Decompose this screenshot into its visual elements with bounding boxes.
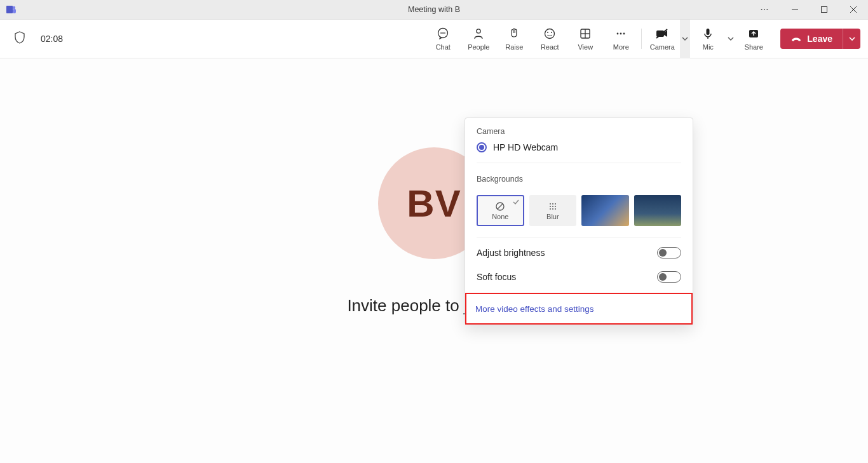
svg-point-35 bbox=[550, 208, 551, 210]
view-label: View bbox=[578, 43, 593, 51]
camera-device-section: Camera HP HD Webcam bbox=[465, 118, 693, 160]
view-button[interactable]: View bbox=[567, 20, 603, 58]
svg-point-12 bbox=[477, 29, 480, 33]
mic-label: Mic bbox=[703, 43, 714, 51]
people-icon bbox=[472, 27, 485, 41]
camera-label: Camera bbox=[650, 43, 675, 51]
svg-rect-2 bbox=[13, 9, 16, 13]
share-button[interactable]: Share bbox=[736, 20, 771, 58]
react-label: React bbox=[541, 43, 559, 51]
backgrounds-heading: Backgrounds bbox=[477, 175, 681, 184]
hangup-icon bbox=[790, 34, 802, 43]
svg-point-34 bbox=[555, 206, 556, 207]
more-video-effects-link[interactable]: More video effects and settings bbox=[475, 304, 594, 314]
window-controls bbox=[752, 0, 868, 20]
react-icon bbox=[543, 27, 556, 41]
chat-label: Chat bbox=[436, 43, 451, 51]
privacy-shield-icon[interactable] bbox=[14, 31, 25, 46]
mic-button[interactable]: Mic bbox=[690, 20, 726, 58]
panel-divider bbox=[477, 238, 681, 238]
svg-point-19 bbox=[617, 33, 619, 35]
svg-rect-22 bbox=[656, 30, 664, 37]
svg-rect-24 bbox=[707, 29, 710, 35]
more-label: More bbox=[613, 43, 629, 51]
svg-point-3 bbox=[761, 9, 763, 10]
camera-device-option[interactable]: HP HD Webcam bbox=[477, 142, 681, 152]
svg-point-36 bbox=[552, 208, 553, 210]
chevron-down-icon bbox=[728, 36, 734, 42]
share-label: Share bbox=[745, 43, 763, 51]
adjust-brightness-toggle[interactable] bbox=[657, 247, 681, 258]
mic-dropdown-button[interactable] bbox=[726, 20, 736, 58]
leave-label: Leave bbox=[807, 34, 832, 44]
raise-label: Raise bbox=[505, 43, 523, 51]
adjust-brightness-label: Adjust brightness bbox=[477, 248, 545, 258]
none-icon bbox=[495, 201, 505, 211]
soft-focus-toggle[interactable] bbox=[657, 271, 681, 283]
background-blur[interactable]: Blur bbox=[529, 195, 576, 226]
background-image-2[interactable] bbox=[634, 195, 681, 226]
svg-rect-7 bbox=[822, 7, 827, 13]
leave-control: Leave bbox=[780, 29, 860, 49]
soft-focus-row: Soft focus bbox=[465, 265, 693, 289]
leave-button[interactable]: Leave bbox=[780, 29, 843, 49]
svg-point-29 bbox=[550, 203, 551, 205]
blur-icon bbox=[548, 201, 558, 211]
window-maximize-button[interactable] bbox=[810, 0, 839, 20]
panel-divider bbox=[477, 163, 681, 163]
background-blur-label: Blur bbox=[546, 213, 559, 220]
svg-point-4 bbox=[764, 9, 765, 10]
camera-dropdown-button[interactable] bbox=[680, 20, 690, 58]
background-image-1[interactable] bbox=[581, 195, 628, 226]
meeting-stage: BV Invite people to join you Camera HP H… bbox=[0, 58, 868, 463]
window-title: Meeting with B bbox=[408, 5, 460, 14]
meeting-timer: 02:08 bbox=[41, 34, 63, 44]
camera-device-label: HP HD Webcam bbox=[493, 142, 558, 152]
svg-line-28 bbox=[498, 204, 503, 209]
raise-hand-button[interactable]: Raise bbox=[496, 20, 532, 58]
raise-hand-icon bbox=[508, 27, 520, 41]
camera-settings-panel: Camera HP HD Webcam Backgrounds None Blu… bbox=[465, 117, 693, 325]
camera-off-icon bbox=[655, 27, 669, 41]
soft-focus-label: Soft focus bbox=[477, 272, 516, 282]
background-none-label: None bbox=[492, 213, 508, 220]
window-close-button[interactable] bbox=[839, 0, 868, 20]
react-button[interactable]: React bbox=[532, 20, 567, 58]
svg-point-21 bbox=[623, 33, 625, 35]
svg-point-30 bbox=[552, 203, 553, 205]
svg-point-20 bbox=[620, 33, 622, 35]
window-minimize-button[interactable] bbox=[780, 0, 810, 20]
svg-point-5 bbox=[766, 9, 768, 10]
more-icon bbox=[614, 27, 627, 41]
toolbar-separator bbox=[641, 29, 642, 49]
chat-button[interactable]: Chat bbox=[425, 20, 461, 58]
backgrounds-section: Backgrounds bbox=[465, 166, 693, 195]
chevron-down-icon bbox=[682, 36, 688, 42]
svg-point-37 bbox=[555, 208, 556, 210]
svg-point-32 bbox=[550, 206, 551, 207]
camera-heading: Camera bbox=[477, 127, 681, 136]
background-options: None Blur bbox=[465, 195, 693, 235]
leave-dropdown-button[interactable] bbox=[843, 29, 860, 49]
radio-selected-icon bbox=[477, 142, 487, 152]
svg-rect-0 bbox=[6, 6, 13, 13]
share-icon bbox=[747, 27, 760, 41]
people-label: People bbox=[468, 43, 489, 51]
toolbar-actions: Chat People Raise React View More Camera bbox=[425, 20, 860, 58]
svg-point-31 bbox=[555, 203, 556, 205]
camera-button[interactable]: Camera bbox=[644, 20, 680, 58]
window-titlebar: Meeting with B bbox=[0, 0, 868, 20]
svg-point-33 bbox=[552, 206, 553, 207]
more-video-effects-highlight: More video effects and settings bbox=[465, 293, 693, 325]
view-icon bbox=[579, 27, 592, 41]
svg-point-15 bbox=[551, 32, 552, 33]
people-button[interactable]: People bbox=[461, 20, 496, 58]
svg-point-1 bbox=[13, 6, 15, 9]
avatar-initials: BV bbox=[407, 182, 461, 225]
chevron-down-icon bbox=[849, 36, 855, 42]
svg-point-14 bbox=[547, 32, 548, 33]
mic-icon bbox=[702, 27, 714, 41]
more-button[interactable]: More bbox=[603, 20, 639, 58]
titlebar-more-button[interactable] bbox=[752, 0, 776, 20]
background-none[interactable]: None bbox=[477, 195, 524, 226]
